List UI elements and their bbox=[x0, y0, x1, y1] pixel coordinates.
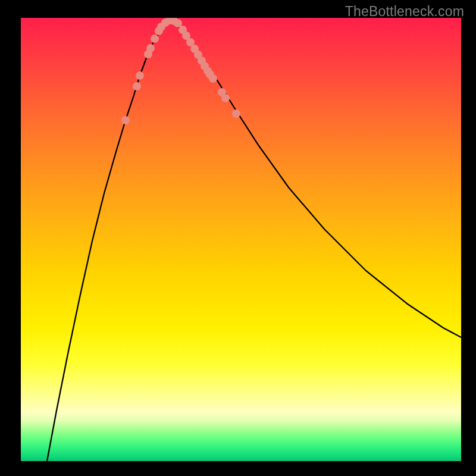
data-dots bbox=[121, 18, 240, 124]
left-curve bbox=[47, 20, 170, 461]
curve-group bbox=[47, 20, 461, 461]
right-curve bbox=[170, 20, 461, 337]
data-dot bbox=[209, 74, 217, 83]
chart-frame: TheBottleneck.com bbox=[0, 0, 476, 476]
data-dot bbox=[221, 94, 230, 102]
data-dot bbox=[121, 116, 130, 124]
data-dot bbox=[232, 109, 240, 118]
chart-svg bbox=[21, 18, 461, 461]
data-dot bbox=[133, 82, 141, 90]
data-dot bbox=[151, 35, 159, 43]
data-dot bbox=[136, 71, 144, 80]
chart-plot-area bbox=[21, 18, 461, 461]
data-dot bbox=[146, 44, 155, 52]
watermark-text: TheBottleneck.com bbox=[345, 4, 464, 20]
